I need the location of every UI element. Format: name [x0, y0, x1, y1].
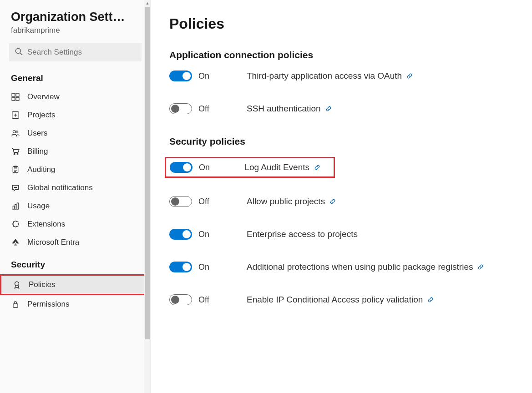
svg-rect-26: [13, 304, 18, 307]
section-heading: General: [0, 73, 151, 88]
link-icon[interactable]: [329, 198, 336, 205]
sidebar-item-usage[interactable]: Usage: [0, 197, 151, 215]
sidebar-item-label: Microsoft Entra: [27, 238, 79, 247]
scroll-up-icon[interactable]: ▲: [144, 1, 151, 5]
section-title: Security policies: [169, 136, 514, 147]
sidebar-subtitle: fabrikamprime: [0, 24, 151, 43]
sidebar-item-billing[interactable]: Billing: [0, 142, 151, 161]
toggle-switch[interactable]: [169, 262, 192, 272]
sidebar-item-label: Permissions: [27, 300, 70, 309]
policy-label: Log Audit Events: [244, 162, 330, 172]
section-heading: Security: [0, 260, 151, 274]
sidebar-item-microsoft-entra[interactable]: Microsoft Entra: [0, 233, 151, 252]
sidebar-item-policies[interactable]: Policies: [0, 274, 151, 295]
toggle-state-label: Off: [198, 104, 209, 114]
toggle-state-label: On: [199, 163, 210, 172]
sidebar-item-label: Auditing: [27, 165, 55, 174]
sidebar-item-permissions[interactable]: Permissions: [0, 295, 151, 313]
search-input[interactable]: [27, 48, 136, 57]
policy-label: Enterprise access to projects: [247, 229, 358, 239]
toggle-switch[interactable]: [169, 229, 192, 240]
sidebar-item-overview[interactable]: Overview: [0, 88, 151, 106]
sidebar-item-extensions[interactable]: Extensions: [0, 215, 151, 233]
search-input-container[interactable]: [9, 43, 142, 61]
sidebar-item-label: Policies: [29, 280, 56, 289]
policy-row: OnThird-party application access via OAu…: [169, 71, 514, 81]
toggle-state-label: On: [198, 262, 209, 272]
entra-icon: [11, 238, 20, 247]
link-icon[interactable]: [314, 164, 320, 171]
scrollbar-thumb[interactable]: [145, 7, 150, 339]
link-icon[interactable]: [427, 297, 434, 303]
search-icon: [15, 47, 27, 57]
link-icon[interactable]: [477, 264, 484, 270]
svg-point-25: [15, 282, 19, 286]
svg-point-9: [13, 131, 15, 133]
toggle-state-label: Off: [198, 197, 209, 207]
puzzle-icon: [11, 220, 20, 229]
page-title: Policies: [169, 15, 514, 32]
svg-rect-4: [12, 97, 15, 101]
policy-label: SSH authentication: [247, 104, 332, 114]
policy-row: OffAllow public projects: [169, 196, 514, 207]
link-icon[interactable]: [406, 73, 413, 79]
policy-label: Enable IP Conditional Access policy vali…: [247, 295, 434, 305]
sidebar-item-label: Usage: [27, 202, 50, 211]
sidebar-item-users[interactable]: Users: [0, 124, 151, 142]
chat-icon: [11, 183, 20, 192]
svg-rect-3: [16, 93, 19, 96]
sidebar-item-auditing[interactable]: Auditing: [0, 161, 151, 179]
badge-icon: [12, 280, 21, 289]
svg-rect-23: [15, 205, 16, 209]
lock-icon: [11, 300, 20, 309]
grid-icon: [11, 92, 20, 101]
sidebar-item-label: Users: [27, 129, 47, 138]
sidebar-item-label: Billing: [27, 147, 48, 156]
policy-row: OffEnable IP Conditional Access policy v…: [169, 294, 514, 305]
users-icon: [11, 129, 20, 138]
svg-rect-22: [13, 206, 14, 209]
sidebar-title: Organization Settin…: [0, 10, 137, 24]
cart-icon: [11, 147, 20, 156]
svg-point-12: [17, 153, 18, 155]
plus-box-icon: [11, 111, 20, 120]
main-content: Policies Application connection policies…: [151, 0, 532, 393]
svg-line-1: [20, 53, 22, 55]
policy-row: OnEnterprise access to projects: [169, 229, 514, 240]
policy-label: Third-party application access via OAuth: [247, 71, 413, 81]
sidebar-item-label: Extensions: [27, 220, 65, 229]
clipboard-icon: [11, 165, 20, 174]
svg-point-18: [14, 187, 15, 187]
sidebar-item-label: Overview: [27, 92, 60, 101]
toggle-switch[interactable]: [170, 162, 193, 173]
sidebar-item-projects[interactable]: Projects: [0, 106, 151, 124]
svg-point-11: [14, 153, 15, 155]
policy-row: OffSSH authentication: [169, 103, 514, 114]
policy-label: Additional protections when using public…: [247, 262, 484, 272]
sidebar-item-label: Projects: [27, 111, 55, 120]
toggle-state-label: Off: [198, 295, 209, 305]
toggle-switch[interactable]: [169, 196, 192, 207]
link-icon[interactable]: [325, 106, 332, 112]
svg-point-10: [16, 131, 18, 133]
policy-label: Allow public projects: [247, 196, 336, 207]
toggle-switch[interactable]: [169, 71, 192, 81]
toggle-switch[interactable]: [169, 103, 192, 114]
toggle-state-label: On: [198, 71, 209, 81]
sidebar-item-global-notifications[interactable]: Global notifications: [0, 179, 151, 197]
svg-point-0: [15, 48, 20, 53]
sidebar-scrollbar[interactable]: ▲: [144, 0, 151, 393]
policy-row: OnAdditional protections when using publ…: [169, 262, 514, 272]
toggle-switch[interactable]: [169, 294, 192, 305]
sidebar: Organization Settin… fabrikamprime Gener…: [0, 0, 151, 393]
svg-rect-24: [17, 203, 18, 209]
toggle-state-label: On: [198, 230, 209, 239]
svg-rect-2: [12, 93, 15, 96]
sidebar-item-label: Global notifications: [27, 183, 93, 192]
svg-rect-5: [16, 97, 19, 101]
svg-point-19: [15, 187, 15, 187]
svg-point-20: [16, 187, 17, 187]
chart-icon: [11, 202, 20, 211]
section-title: Application connection policies: [169, 50, 514, 60]
policy-row: OnLog Audit Events: [165, 157, 335, 178]
